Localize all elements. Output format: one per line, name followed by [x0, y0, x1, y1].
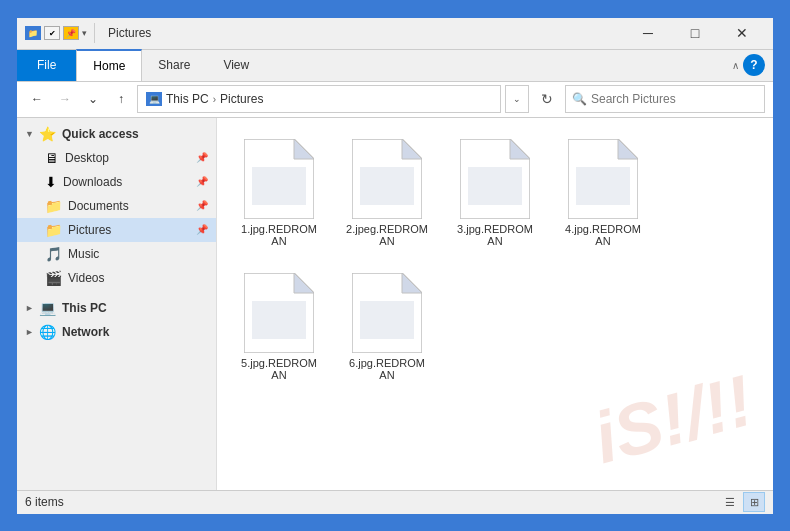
file-name-4: 4.jpg.REDROMAN: [562, 223, 644, 247]
divider: [94, 23, 95, 43]
file-item[interactable]: 2.jpeg.REDROMAN: [337, 130, 437, 256]
svg-marker-7: [510, 139, 530, 159]
address-dropdown[interactable]: ⌄: [505, 85, 529, 113]
network-icon: 🌐: [39, 324, 56, 340]
title-bar: 📁 ✔ 📌 ▾ Pictures ─ □ ✕: [17, 18, 773, 50]
file-item[interactable]: 3.jpg.REDROMAN: [445, 130, 545, 256]
back-button[interactable]: ←: [25, 87, 49, 111]
pictures-label: Pictures: [68, 223, 192, 237]
svg-rect-5: [360, 167, 414, 205]
file-icon-3: [460, 139, 530, 219]
forward-button[interactable]: →: [53, 87, 77, 111]
svg-rect-11: [576, 167, 630, 205]
ribbon-right: ∧ ?: [732, 50, 773, 81]
ribbon-tabs: File Home Share View ∧ ?: [17, 50, 773, 82]
svg-rect-2: [252, 167, 306, 205]
sidebar-section-quick-access[interactable]: ▼ ⭐ Quick access: [17, 122, 216, 146]
content-area: iS!/!! 1.jpg.REDROMAN: [217, 118, 773, 490]
address-bar: ← → ⌄ ↑ 💻 This PC › Pictures ⌄ ↻ 🔍: [17, 82, 773, 118]
close-button[interactable]: ✕: [719, 17, 765, 49]
svg-marker-16: [402, 273, 422, 293]
downloads-pin-icon: 📌: [196, 176, 208, 187]
recent-button[interactable]: ⌄: [81, 87, 105, 111]
maximize-button[interactable]: □: [672, 17, 718, 49]
main-area: ▼ ⭐ Quick access 🖥 Desktop 📌 ⬇ Downloads…: [17, 118, 773, 490]
file-icon-6: [352, 273, 422, 353]
file-name-6: 6.jpg.REDROMAN: [346, 357, 428, 381]
sidebar-item-videos[interactable]: 🎬 Videos: [17, 266, 216, 290]
quick-access-chevron: ▼: [25, 129, 35, 139]
qs-icon-2[interactable]: 📌: [63, 26, 79, 40]
window-title: Pictures: [108, 26, 151, 40]
svg-marker-1: [294, 139, 314, 159]
address-path[interactable]: 💻 This PC › Pictures: [137, 85, 501, 113]
file-icon-1: [244, 139, 314, 219]
file-icon-2: [352, 139, 422, 219]
view-details-button[interactable]: ☰: [719, 492, 741, 512]
sidebar-item-documents[interactable]: 📁 Documents 📌: [17, 194, 216, 218]
pictures-pin-icon: 📌: [196, 224, 208, 235]
svg-marker-13: [294, 273, 314, 293]
sidebar-section-network[interactable]: ► 🌐 Network: [17, 320, 216, 344]
pictures-icon: 📁: [45, 222, 62, 238]
status-item-count: 6 items: [25, 495, 64, 509]
file-grid: 1.jpg.REDROMAN 2.jpeg.REDROMAN: [229, 130, 761, 390]
sidebar-section-thispc[interactable]: ► 💻 This PC: [17, 296, 216, 320]
svg-rect-14: [252, 301, 306, 339]
file-name-2: 2.jpeg.REDROMAN: [346, 223, 428, 247]
qs-icon-1[interactable]: ✔: [44, 26, 60, 40]
minimize-button[interactable]: ─: [625, 17, 671, 49]
title-bar-left: 📁 ✔ 📌 ▾ Pictures: [25, 23, 625, 43]
downloads-label: Downloads: [63, 175, 192, 189]
thispc-chevron: ►: [25, 303, 35, 313]
documents-pin-icon: 📌: [196, 200, 208, 211]
sidebar: ▼ ⭐ Quick access 🖥 Desktop 📌 ⬇ Downloads…: [17, 118, 217, 490]
desktop-icon: 🖥: [45, 150, 59, 166]
address-sep-1: ›: [213, 94, 216, 105]
sidebar-item-pictures[interactable]: 📁 Pictures 📌: [17, 218, 216, 242]
tab-view[interactable]: View: [207, 50, 266, 81]
file-item[interactable]: 4.jpg.REDROMAN: [553, 130, 653, 256]
svg-marker-10: [618, 139, 638, 159]
file-name-1: 1.jpg.REDROMAN: [238, 223, 320, 247]
view-large-icons-button[interactable]: ⊞: [743, 492, 765, 512]
search-icon: 🔍: [572, 92, 587, 106]
desktop-pin-icon: 📌: [196, 152, 208, 163]
file-name-3: 3.jpg.REDROMAN: [454, 223, 536, 247]
sidebar-item-desktop[interactable]: 🖥 Desktop 📌: [17, 146, 216, 170]
file-name-5: 5.jpg.REDROMAN: [238, 357, 320, 381]
quick-access-label: Quick access: [62, 127, 139, 141]
svg-rect-17: [360, 301, 414, 339]
ribbon-collapse-arrow[interactable]: ∧: [732, 60, 739, 71]
file-item[interactable]: 1.jpg.REDROMAN: [229, 130, 329, 256]
refresh-button[interactable]: ↻: [533, 85, 561, 113]
svg-marker-4: [402, 139, 422, 159]
tab-share[interactable]: Share: [142, 50, 207, 81]
sidebar-item-downloads[interactable]: ⬇ Downloads 📌: [17, 170, 216, 194]
sidebar-item-music[interactable]: 🎵 Music: [17, 242, 216, 266]
file-icon-4: [568, 139, 638, 219]
ribbon-help-button[interactable]: ?: [743, 54, 765, 76]
status-view-icons: ☰ ⊞: [719, 492, 765, 512]
thispc-label: This PC: [62, 301, 107, 315]
videos-label: Videos: [68, 271, 208, 285]
tab-home[interactable]: Home: [76, 49, 142, 81]
network-label: Network: [62, 325, 109, 339]
file-item[interactable]: 5.jpg.REDROMAN: [229, 264, 329, 390]
file-item[interactable]: 6.jpg.REDROMAN: [337, 264, 437, 390]
status-bar: 6 items ☰ ⊞: [17, 490, 773, 514]
tab-file[interactable]: File: [17, 50, 76, 81]
thispc-icon: 💻: [39, 300, 56, 316]
downloads-icon: ⬇: [45, 174, 57, 190]
up-button[interactable]: ↑: [109, 87, 133, 111]
title-controls: ─ □ ✕: [625, 17, 765, 49]
videos-icon: 🎬: [45, 270, 62, 286]
file-icon-5: [244, 273, 314, 353]
music-label: Music: [68, 247, 208, 261]
documents-label: Documents: [68, 199, 192, 213]
search-input[interactable]: [591, 92, 758, 106]
search-box[interactable]: 🔍: [565, 85, 765, 113]
window-icon: 📁: [25, 26, 41, 40]
title-dropdown-arrow[interactable]: ▾: [82, 28, 87, 38]
explorer-window: 📁 ✔ 📌 ▾ Pictures ─ □ ✕ File Home Share V…: [15, 16, 775, 516]
